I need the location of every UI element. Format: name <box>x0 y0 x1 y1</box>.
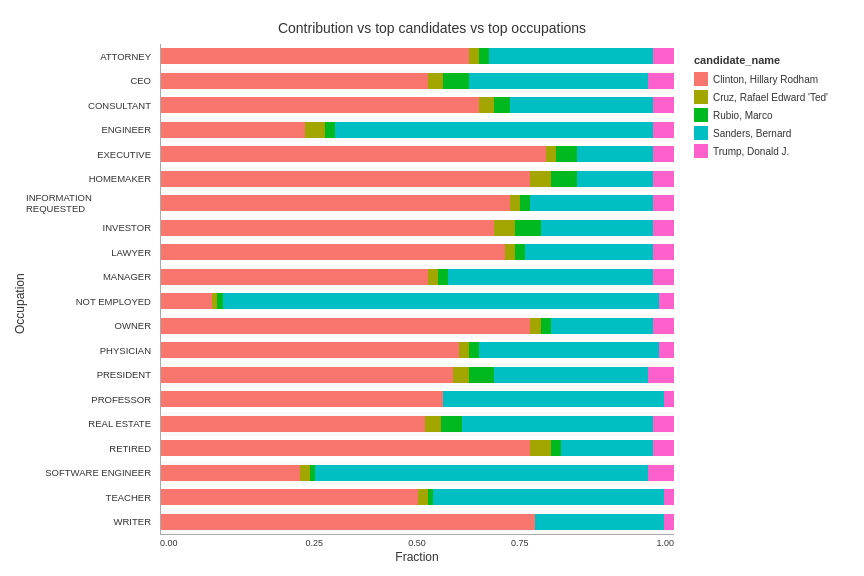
chart-container: Contribution vs top candidates vs top oc… <box>0 0 864 576</box>
y-label: ATTORNEY <box>26 44 156 69</box>
chart-title: Contribution vs top candidates vs top oc… <box>10 20 854 36</box>
bar-segment-sanders <box>551 318 654 334</box>
y-label: TEACHER <box>26 485 156 510</box>
legend-item: Clinton, Hillary Rodham <box>694 72 844 86</box>
bar-row <box>161 436 674 461</box>
bar-segment-trump <box>653 146 674 162</box>
bar-segment-rubio <box>515 220 541 236</box>
legend-label: Cruz, Rafael Edward 'Ted' <box>713 92 828 103</box>
bar-segment-cruz <box>530 440 551 456</box>
bar-segment-trump <box>648 73 674 89</box>
bar-segment-rubio <box>325 122 335 138</box>
bar-segment-sanders <box>223 293 659 309</box>
bar-row <box>161 44 674 69</box>
bar-row <box>161 191 674 216</box>
bar-segment-trump <box>664 514 674 530</box>
bar-segment-clinton <box>161 489 418 505</box>
bar-row <box>161 93 674 118</box>
bar-segment-trump <box>653 416 674 432</box>
stacked-bar <box>161 391 674 407</box>
stacked-bar <box>161 489 674 505</box>
bar-segment-clinton <box>161 269 428 285</box>
legend-label: Trump, Donald J. <box>713 146 789 157</box>
bar-segment-sanders <box>535 514 663 530</box>
bar-row <box>161 363 674 388</box>
bar-row <box>161 167 674 192</box>
bar-segment-trump <box>664 391 674 407</box>
stacked-bar <box>161 440 674 456</box>
stacked-bar <box>161 465 674 481</box>
bar-segment-trump <box>653 122 674 138</box>
legend: candidate_name Clinton, Hillary RodhamCr… <box>684 44 854 564</box>
bar-segment-cruz <box>453 367 468 383</box>
bar-row <box>161 412 674 437</box>
bar-segment-cruz <box>494 220 515 236</box>
stacked-bar <box>161 122 674 138</box>
bar-segment-sanders <box>561 440 653 456</box>
y-label: INVESTOR <box>26 216 156 241</box>
bar-segment-sanders <box>525 244 653 260</box>
bar-segment-cruz <box>428 269 438 285</box>
bar-segment-rubio <box>469 342 479 358</box>
plot-area: ATTORNEYCEOCONSULTANTENGINEEREXECUTIVEHO… <box>30 44 684 564</box>
y-label: MANAGER <box>26 265 156 290</box>
bar-segment-rubio <box>551 171 577 187</box>
bar-segment-cruz <box>425 416 441 432</box>
bar-segment-sanders <box>541 220 654 236</box>
bar-segment-trump <box>653 195 674 211</box>
bar-segment-sanders <box>433 489 664 505</box>
plot-and-legend: ATTORNEYCEOCONSULTANTENGINEEREXECUTIVEHO… <box>30 44 854 564</box>
bar-segment-sanders <box>335 122 653 138</box>
legend-label: Rubio, Marco <box>713 110 772 121</box>
y-labels: ATTORNEYCEOCONSULTANTENGINEEREXECUTIVEHO… <box>26 44 156 534</box>
bar-segment-trump <box>648 367 674 383</box>
bar-segment-clinton <box>161 465 300 481</box>
y-label: PROFESSOR <box>26 387 156 412</box>
y-label: SOFTWARE ENGINEER <box>26 461 156 486</box>
bar-segment-trump <box>653 269 674 285</box>
bar-segment-trump <box>653 440 674 456</box>
bar-segment-rubio <box>541 318 551 334</box>
bar-segment-trump <box>653 220 674 236</box>
bar-segment-cruz <box>546 146 556 162</box>
bar-segment-cruz <box>300 465 310 481</box>
bar-segment-trump <box>653 48 674 64</box>
stacked-bar <box>161 293 674 309</box>
bar-segment-clinton <box>161 122 305 138</box>
bar-segment-rubio <box>494 97 509 113</box>
bar-row <box>161 69 674 94</box>
y-label: NOT EMPLOYED <box>26 289 156 314</box>
bar-segment-clinton <box>161 146 546 162</box>
bar-segment-cruz <box>459 342 469 358</box>
stacked-bar <box>161 146 674 162</box>
bar-segment-clinton <box>161 391 443 407</box>
bar-segment-clinton <box>161 514 535 530</box>
bar-segment-clinton <box>161 440 530 456</box>
bar-segment-sanders <box>443 391 664 407</box>
bar-segment-sanders <box>489 48 653 64</box>
bar-segment-trump <box>653 244 674 260</box>
y-label: LAWYER <box>26 240 156 265</box>
bar-segment-rubio <box>520 195 530 211</box>
y-label: REAL ESTATE <box>26 412 156 437</box>
stacked-bar <box>161 220 674 236</box>
legend-item: Cruz, Rafael Edward 'Ted' <box>694 90 844 104</box>
bar-segment-clinton <box>161 220 494 236</box>
bar-segment-sanders <box>462 416 652 432</box>
bar-segment-clinton <box>161 195 510 211</box>
y-label: CEO <box>26 69 156 94</box>
bar-segment-trump <box>659 293 674 309</box>
stacked-bar <box>161 73 674 89</box>
bar-row <box>161 289 674 314</box>
bar-segment-trump <box>648 465 674 481</box>
legend-item: Trump, Donald J. <box>694 144 844 158</box>
bar-segment-cruz <box>305 122 326 138</box>
legend-swatch <box>694 90 708 104</box>
bar-segment-clinton <box>161 73 428 89</box>
legend-swatch <box>694 126 708 140</box>
bar-row <box>161 461 674 486</box>
bar-segment-rubio <box>556 146 577 162</box>
stacked-bar <box>161 342 674 358</box>
bar-segment-rubio <box>438 269 448 285</box>
bar-segment-cruz <box>418 489 428 505</box>
